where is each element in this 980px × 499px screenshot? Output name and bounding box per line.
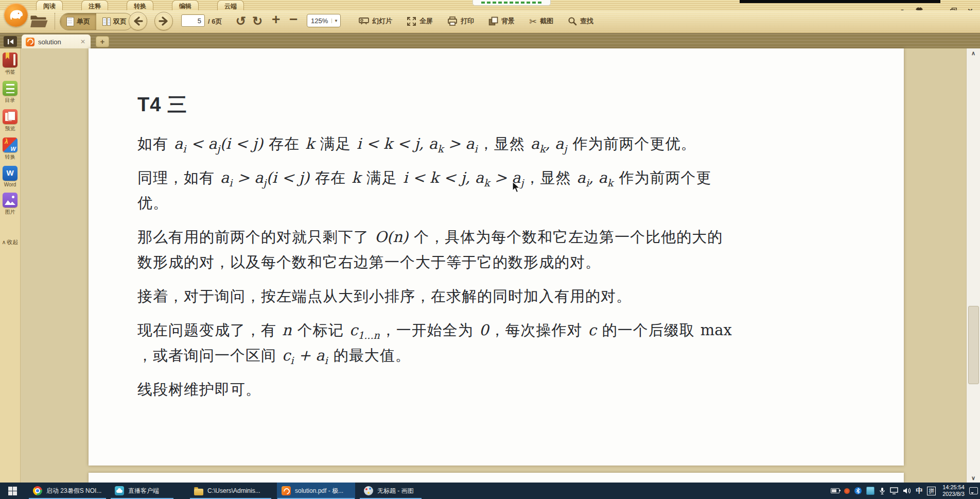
fullscreen-button[interactable]: 全屏 <box>407 16 433 26</box>
open-file-folder-icon[interactable] <box>30 13 48 29</box>
text-run: 优。 <box>137 195 168 211</box>
scissors-icon: ✂ <box>529 16 537 27</box>
ime-language-indicator[interactable]: 中 <box>916 486 922 495</box>
bluetooth-icon[interactable] <box>854 487 862 494</box>
math-expression: ai, ak <box>576 169 615 186</box>
taskbar-item-explorer[interactable]: C:\Users\Adminis... <box>189 483 272 499</box>
pdf-app-icon <box>282 486 291 495</box>
scroll-down-icon[interactable]: ∨ <box>967 473 980 483</box>
tray-app-icon[interactable] <box>866 487 874 495</box>
menu-tab-annotate[interactable]: 注释 <box>81 0 108 10</box>
screenshot-button[interactable]: ✂ 截图 <box>529 16 553 27</box>
chevron-down-icon: ▼ <box>331 19 340 23</box>
menu-bar: 阅读 注释 转换 编辑 云端 <box>0 0 980 10</box>
sidebar-item-preview[interactable]: 预览 <box>3 109 18 132</box>
menu-tab-edit[interactable]: 编辑 <box>172 0 199 10</box>
text-run: ，显然 <box>479 135 530 152</box>
overlay-notification <box>472 0 551 6</box>
toolbar: 单页 双页 / 6页 ↺ ↻ + − 125% ▼ 幻灯片 <box>0 10 980 33</box>
text-run: 同理，如有 <box>137 169 219 186</box>
taskbar-item-live-client[interactable]: 直播客户端 <box>110 483 174 499</box>
network-display-icon[interactable] <box>890 487 898 494</box>
sidebar-item-bookmark[interactable]: 书签 <box>3 53 18 76</box>
fullscreen-icon <box>407 16 416 26</box>
start-button[interactable] <box>0 483 25 499</box>
zoom-out-button[interactable]: − <box>289 12 297 27</box>
app-logo-elephant-icon[interactable] <box>4 3 28 27</box>
microphone-icon[interactable] <box>879 487 885 495</box>
scrollbar-thumb[interactable] <box>968 306 979 384</box>
text-run: 作为前两个更 <box>614 169 711 186</box>
volume-icon[interactable] <box>903 487 911 494</box>
zoom-level-select[interactable]: 125% ▼ <box>307 14 341 27</box>
page-view-toggle: 单页 双页 <box>60 13 133 30</box>
text-run: 的一个后缀取 <box>598 322 699 338</box>
taskbar-item-chrome[interactable]: 启动 23暑假S NOI... <box>28 483 107 499</box>
math-expression: 0 <box>478 321 489 339</box>
tab-solution[interactable]: solution ✕ <box>22 35 91 49</box>
sidebar-collapse-button[interactable]: ∧ 收起 <box>2 238 18 246</box>
next-page-sliver <box>89 473 904 483</box>
sidebar-item-toc[interactable]: 目录 <box>3 81 18 104</box>
taskbar-item-paint[interactable]: 无标题 - 画图 <box>359 483 422 499</box>
pdf-paragraph: 接着，对于询问，按左端点从大到小排序，在求解的同时加入有用的对。 <box>137 284 858 309</box>
pdf-reader-window: 阅读 注释 转换 编辑 云端 ▼ — ✕ 单页 <box>0 0 980 499</box>
math-expression: c <box>587 321 597 339</box>
tab-scroll-left-button[interactable] <box>4 36 17 47</box>
background-button[interactable]: 背景 <box>488 16 515 26</box>
rotate-left-icon[interactable]: ↺ <box>236 13 246 29</box>
image-icon <box>3 193 18 208</box>
page-title: T4 三 <box>137 92 858 118</box>
math-expression: ai < aj(i < j) <box>173 135 264 152</box>
taskbar-clock[interactable]: 14:25:54 2023/8/3 <box>942 484 965 497</box>
math-expression: n <box>281 321 293 339</box>
chevron-up-icon: ∧ <box>2 239 6 246</box>
battery-icon[interactable] <box>831 488 839 493</box>
menu-tab-cloud[interactable]: 云端 <box>217 0 244 10</box>
pdf-paragraph: 那么有用的前两个的对就只剩下了 O(n) 个，具体为每个数和它左边第一个比他的大… <box>137 225 858 275</box>
tab-close-icon[interactable]: ✕ <box>79 37 86 46</box>
word-icon <box>3 166 18 181</box>
math-expression: ai > aj(i < j) <box>219 169 310 186</box>
vertical-scrollbar[interactable]: ∧ ∨ <box>966 48 980 483</box>
sidebar-item-convert[interactable]: 转换 <box>3 137 18 161</box>
main-area: 书签 目录 预览 转换 Word 图片 ∧ <box>0 48 980 483</box>
pdf-file-icon <box>26 38 34 46</box>
sidebar: 书签 目录 预览 转换 Word 图片 ∧ <box>0 48 21 483</box>
pdf-paragraph: 同理，如有 ai > aj(i < j) 存在 k 满足 i < k < j, … <box>137 165 858 216</box>
sidebar-item-image[interactable]: 图片 <box>3 193 18 216</box>
scroll-up-icon[interactable]: ∧ <box>967 48 980 58</box>
ime-pinyin-indicator[interactable]: 拼 <box>927 487 936 495</box>
action-center-icon[interactable] <box>969 487 978 494</box>
top-black-strip <box>740 0 940 3</box>
math-expression: i < k < j, ak > aj <box>402 169 525 186</box>
overlay-green-text <box>481 2 542 4</box>
text-run: 存在 <box>264 135 304 152</box>
page-number-input[interactable] <box>181 14 205 27</box>
layers-icon <box>488 16 498 26</box>
math-expression: O(n) <box>374 228 409 246</box>
new-tab-button[interactable]: + <box>96 36 109 47</box>
slideshow-button[interactable]: 幻灯片 <box>359 16 392 26</box>
previous-page-button[interactable] <box>129 12 147 30</box>
rotate-right-icon[interactable]: ↻ <box>252 13 262 29</box>
sidebar-item-word[interactable]: Word <box>3 166 18 187</box>
menu-tab-convert[interactable]: 转换 <box>127 0 153 10</box>
zoom-in-button[interactable]: + <box>272 12 280 27</box>
print-button[interactable]: 打印 <box>447 16 474 26</box>
double-page-icon <box>102 18 111 26</box>
recording-dot-icon[interactable] <box>844 488 850 494</box>
find-button[interactable]: 查找 <box>568 16 593 26</box>
math-expression: i < k < j, ak > ai <box>356 135 479 152</box>
taskbar-item-solution-pdf[interactable]: solution.pdf - 极... <box>277 483 355 499</box>
next-page-button[interactable] <box>154 12 173 30</box>
text-run: ，显然 <box>525 169 576 186</box>
double-page-button[interactable]: 双页 <box>96 13 133 30</box>
single-page-button[interactable]: 单页 <box>60 13 96 30</box>
text-run: 线段树维护即可。 <box>137 381 261 398</box>
toolbar-actions: 幻灯片 全屏 打印 背景 ✂ 截图 查找 <box>359 13 593 29</box>
pdf-paragraph: 现在问题变成了，有 n 个标记 c1...n，一开始全为 0，每次操作对 c 的… <box>137 318 858 368</box>
text-run: 满足 <box>362 169 402 186</box>
menu-tab-read[interactable]: 阅读 <box>36 0 63 10</box>
text-run: 满足 <box>316 135 356 152</box>
